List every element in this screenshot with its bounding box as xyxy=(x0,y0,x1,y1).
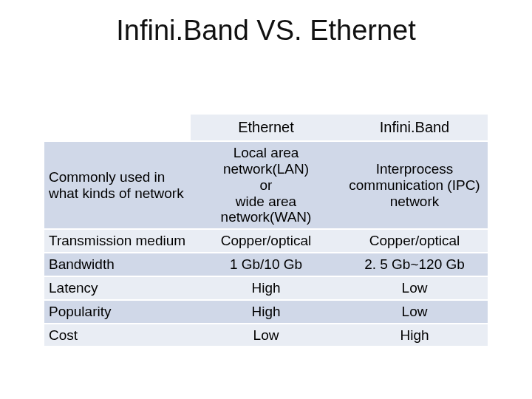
table-row: Cost Low High xyxy=(44,324,488,347)
row-label: Commonly used in what kinds of network xyxy=(44,141,191,229)
cell-line: Local area network(LAN) xyxy=(195,145,337,177)
cell-ethernet: 1 Gb/10 Gb xyxy=(191,253,341,276)
cell-infiniband: High xyxy=(341,324,488,347)
comparison-table: Ethernet Infini.Band Commonly used in wh… xyxy=(44,113,488,347)
table-row: Bandwidth 1 Gb/10 Gb 2. 5 Gb~120 Gb xyxy=(44,253,488,276)
cell-line: communication (IPC) xyxy=(346,177,483,194)
table-row: Commonly used in what kinds of network L… xyxy=(44,141,488,229)
cell-infiniband: 2. 5 Gb~120 Gb xyxy=(341,253,488,276)
col-header-empty xyxy=(44,114,191,141)
row-label: Popularity xyxy=(44,300,191,324)
cell-infiniband: Low xyxy=(341,300,488,324)
slide: Infini.Band VS. Ethernet Ethernet Infini… xyxy=(0,0,532,399)
cell-infiniband: Low xyxy=(341,276,488,300)
col-header-infiniband: Infini.Band xyxy=(341,114,488,141)
table-row: Transmission medium Copper/optical Coppe… xyxy=(44,229,488,253)
cell-line: Interprocess xyxy=(346,161,483,177)
table-header-row: Ethernet Infini.Band xyxy=(44,114,488,141)
cell-infiniband: Copper/optical xyxy=(341,229,488,253)
cell-infiniband: Interprocess communication (IPC) network xyxy=(341,141,488,229)
cell-line: or xyxy=(195,177,337,194)
page-title: Infini.Band VS. Ethernet xyxy=(44,15,488,47)
row-label: Cost xyxy=(44,324,191,347)
cell-ethernet: Low xyxy=(191,324,341,347)
col-header-ethernet: Ethernet xyxy=(191,114,341,141)
row-label: Transmission medium xyxy=(44,229,191,253)
cell-ethernet: Copper/optical xyxy=(191,229,341,253)
table-row: Popularity High Low xyxy=(44,300,488,324)
cell-ethernet: Local area network(LAN) or wide area net… xyxy=(191,141,341,229)
cell-ethernet: High xyxy=(191,300,341,324)
row-label: Bandwidth xyxy=(44,253,191,276)
cell-ethernet: High xyxy=(191,276,341,300)
cell-line: wide area network(WAN) xyxy=(195,194,337,226)
cell-line: network xyxy=(346,194,483,210)
table-row: Latency High Low xyxy=(44,276,488,300)
row-label: Latency xyxy=(44,276,191,300)
